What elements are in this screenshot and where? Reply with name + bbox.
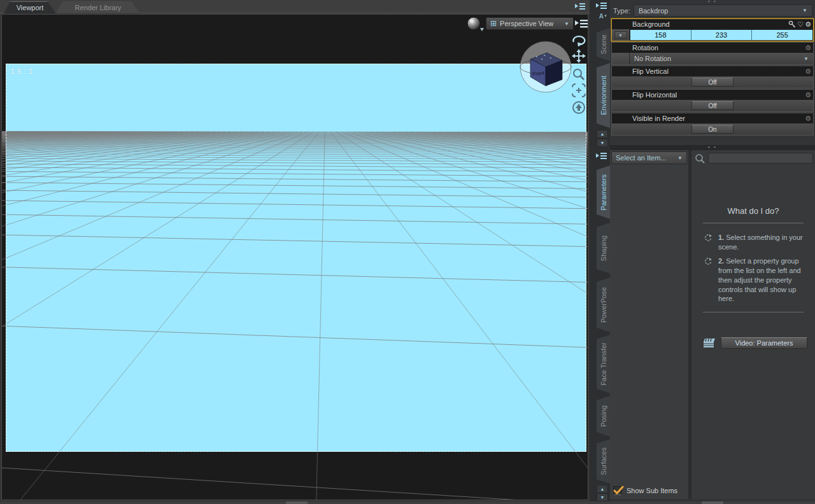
background-green-value[interactable]: 233 <box>691 30 753 40</box>
step-2-text: Select a property group from the list on… <box>718 257 801 302</box>
refresh-bullet-icon <box>704 234 712 242</box>
bottom-pane-menu-icon[interactable] <box>596 151 607 162</box>
viewport-pane: Viewport Render Library 1.5 : 1 <box>0 0 590 501</box>
sidetab-environment[interactable]: Environment <box>597 63 610 128</box>
chevron-down-icon: ▼ <box>564 21 569 27</box>
help-step-1: 1. Select something in your scene. <box>704 233 809 252</box>
backdrop-type-dropdown[interactable]: Backdrop ▼ <box>634 4 812 17</box>
sidetab-shaping[interactable]: Shaping <box>597 223 610 274</box>
rotation-value: No Rotation <box>634 55 671 62</box>
video-parameters-button[interactable]: Video: Parameters <box>721 337 807 349</box>
rotation-left-cell <box>612 53 630 64</box>
view-cube-gizmo[interactable]: Front <box>518 38 574 94</box>
chevron-down-icon: ▼ <box>804 56 809 62</box>
tabs-scroll-up-button[interactable]: ▲ <box>597 130 608 138</box>
visible-in-render-label: Visible in Render <box>632 115 685 122</box>
right-panel: ● ● Type: Backdrop ▼ Background ♡ ⚙ <box>610 0 815 501</box>
flip-horizontal-property-group: Flip Horizontal ⚙ Off <box>611 89 814 112</box>
flip-vertical-toggle[interactable]: Off <box>691 78 734 87</box>
favorite-heart-icon[interactable]: ♡ <box>797 21 804 28</box>
refresh-bullet-icon <box>704 257 712 265</box>
key-icon[interactable] <box>788 20 796 28</box>
background-gear-icon[interactable]: ⚙ <box>805 21 811 28</box>
flip-vertical-label: Flip Vertical <box>632 67 669 75</box>
help-step-2: 2. Select a property group from the list… <box>704 256 809 304</box>
visible-in-render-gear-icon[interactable]: ⚙ <box>805 115 811 122</box>
rotation-gear-icon[interactable]: ⚙ <box>805 45 811 52</box>
pane-splitter[interactable]: ● ● <box>610 145 815 150</box>
divider <box>703 223 804 223</box>
visible-in-render-property-group: Visible in Render ⚙ On <box>611 113 814 136</box>
flip-horizontal-toggle[interactable]: Off <box>691 101 734 110</box>
show-sub-items-checkbox[interactable] <box>613 486 622 495</box>
frame-tool-icon[interactable] <box>570 83 587 97</box>
zoom-tool-icon[interactable] <box>570 67 587 81</box>
search-icon[interactable] <box>694 153 705 164</box>
view-selector-value: Perspective View <box>500 20 553 27</box>
flip-horizontal-label: Flip Horizontal <box>632 91 677 99</box>
sidetab-face-transfer[interactable]: Face Transfer <box>597 335 610 393</box>
parameters-item-column: Select an Item... ▼ Show Sub Items <box>610 150 691 499</box>
search-input[interactable] <box>708 153 813 164</box>
item-selector-dropdown[interactable]: Select an Item... ▼ <box>611 151 687 164</box>
tab-render-library[interactable]: Render Library <box>56 1 140 13</box>
tabs-scroll-up-button-2[interactable]: ▲ <box>597 485 608 493</box>
background-blue-value[interactable]: 255 <box>752 30 812 40</box>
sidetab-posing[interactable]: Posing <box>597 396 610 437</box>
video-clapper-icon <box>703 338 715 348</box>
tabs-scroll-down-button[interactable]: ▼ <box>597 139 608 147</box>
background-property-group: Background ♡ ⚙ ▼ 158 233 255 <box>611 18 814 41</box>
step-1-number: 1. <box>718 234 724 241</box>
sidetab-scene[interactable]: Scene <box>597 28 610 61</box>
orbit-tool-icon[interactable] <box>570 34 587 46</box>
background-red-value[interactable]: 158 <box>630 30 691 40</box>
chevron-down-icon: ▼ <box>677 155 683 161</box>
drawstyle-sphere-icon[interactable] <box>466 16 485 32</box>
viewport-3d-area[interactable]: 1.5 : 1 ⊞ Perspective View ▼ <box>1 14 588 500</box>
aspect-ratio-label: 1.5 : 1 <box>11 68 33 75</box>
parameters-content-column: What do I do? 1. Select something in you… <box>691 150 815 499</box>
window-grid-icon: ⊞ <box>490 20 497 27</box>
pan-tool-icon[interactable] <box>570 49 587 63</box>
sidetab-parameters[interactable]: Parameters <box>597 165 610 219</box>
step-1-text: Select something in your scene. <box>718 234 803 251</box>
app-window: Viewport Render Library 1.5 : 1 <box>0 0 815 504</box>
flip-vertical-property-group: Flip Vertical ⚙ Off <box>611 66 814 88</box>
view-selector-dropdown[interactable]: ⊞ Perspective View ▼ <box>486 17 574 30</box>
viewport-tab-bar: Viewport Render Library <box>0 0 590 13</box>
rotation-dropdown[interactable]: No Rotation ▼ <box>630 53 813 64</box>
rotation-label: Rotation <box>632 44 658 52</box>
viewport-options-icon[interactable] <box>575 18 588 29</box>
viewport-pane-menu-icon[interactable] <box>575 3 585 11</box>
aim-tool-icon[interactable] <box>570 101 587 115</box>
tabs-scroll-down-button-2[interactable]: ▼ <box>597 493 608 501</box>
flip-vertical-gear-icon[interactable]: ⚙ <box>805 68 811 75</box>
background-color-bar[interactable]: 158 233 255 <box>630 29 813 41</box>
chevron-down-icon: ▼ <box>802 8 807 13</box>
color-picker-dropdown[interactable]: ▼ <box>614 31 627 39</box>
backdrop-type-value: Backdrop <box>639 7 668 15</box>
side-tab-strip: A▼ Scene Environment ▲ ▼ Parameters Shap… <box>590 0 610 501</box>
sidetab-surfaces[interactable]: Surfaces <box>597 439 610 484</box>
rotation-property-group: Rotation ⚙ No Rotation ▼ <box>611 42 814 65</box>
backdrop-type-row: Type: Backdrop ▼ <box>613 4 812 17</box>
tab-viewport[interactable]: Viewport <box>4 1 56 13</box>
help-title: What do I do? <box>691 206 815 216</box>
flip-horizontal-gear-icon[interactable]: ⚙ <box>805 92 811 99</box>
type-label: Type: <box>613 7 630 15</box>
parameters-pane: Select an Item... ▼ Show Sub Items What … <box>610 150 815 499</box>
viewport-resize-grip[interactable] <box>286 501 308 504</box>
step-2-number: 2. <box>718 257 724 265</box>
background-label: Background <box>632 20 670 28</box>
visible-in-render-toggle[interactable]: On <box>691 125 734 134</box>
top-pane-menu-icon[interactable] <box>596 1 607 11</box>
perspective-grid <box>2 15 588 500</box>
color-picker-cell: ▼ <box>612 29 630 41</box>
sidetab-powerpose[interactable]: PowerPose <box>597 277 610 332</box>
item-selector-value: Select an Item... <box>616 154 666 162</box>
divider <box>703 312 804 312</box>
panel-top-grip[interactable]: ● ● <box>708 0 718 3</box>
sort-tabs-icon[interactable]: A▼ <box>599 13 607 20</box>
panel-resize-grip[interactable] <box>702 501 723 504</box>
show-sub-items-label: Show Sub Items <box>627 487 677 494</box>
